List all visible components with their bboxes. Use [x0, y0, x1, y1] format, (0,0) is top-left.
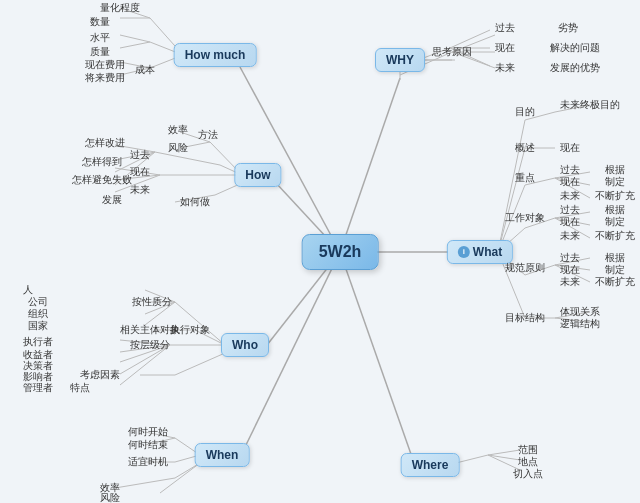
- fengxian-node: 风险: [168, 141, 188, 155]
- chengben-node: 成本: [135, 63, 155, 77]
- zhixing-node: 执行者: [23, 335, 53, 349]
- mubiao-label-node: 目标结构: [505, 311, 545, 325]
- weilai-fei-node: 将来费用: [85, 71, 125, 85]
- what-node: i What: [447, 240, 513, 264]
- guifan-label-node: 规范原则: [505, 261, 545, 275]
- weizhong-mudi-node: 未来终极目的: [560, 98, 620, 112]
- zhongdian-label-node: 重点: [515, 171, 535, 185]
- gongzuo-label-node: 工作对象: [505, 211, 545, 225]
- buduan2-node: 不断扩充: [595, 229, 635, 243]
- jiejue-node: 解决的问题: [550, 41, 600, 55]
- ruhe-node: 如何做: [180, 195, 210, 209]
- zhixing-obj-node: 执行对象: [170, 323, 210, 337]
- weilai-gz-node: 未来: [560, 229, 580, 243]
- heshi-kai-node: 何时开始: [128, 425, 168, 439]
- xianzai-zh-node: 现在: [560, 175, 580, 189]
- svg-line-74: [498, 148, 525, 252]
- sikao-node: 思考原因: [432, 45, 472, 59]
- xianzai-gaoshu-node: 现在: [560, 141, 580, 155]
- mudi-label-node: 目的: [515, 105, 535, 119]
- why-node: WHY: [375, 48, 425, 72]
- wei-how-node: 未来: [130, 183, 150, 197]
- anceng-node: 按层级分: [130, 338, 170, 352]
- mindmap: 5W2h i What WHY How much How Who When Wh…: [0, 0, 640, 503]
- qieru-node: 切入点: [513, 467, 543, 481]
- zhiding2-node: 制定: [605, 215, 625, 229]
- svg-line-23: [120, 35, 150, 42]
- who-node: Who: [221, 333, 269, 357]
- buduan1-node: 不断扩充: [595, 189, 635, 203]
- xian-how-node: 现在: [130, 165, 150, 179]
- buduan3-node: 不断扩充: [595, 275, 635, 289]
- fazhan-youshi-node: 发展的优势: [550, 61, 600, 75]
- weilai-zh-node: 未来: [560, 189, 580, 203]
- where-node: Where: [401, 453, 460, 477]
- tese-node: 特点: [70, 381, 90, 395]
- guo-how-node: 过去: [130, 148, 150, 162]
- center-node: 5W2h: [302, 234, 379, 270]
- guanli-node: 管理者: [23, 381, 53, 395]
- svg-line-68: [488, 450, 520, 455]
- howmuch-node: How much: [174, 43, 257, 67]
- weilai-gf-node: 未来: [560, 275, 580, 289]
- when-node: When: [195, 443, 250, 467]
- zenyang-gai-node: 怎样改进: [85, 136, 125, 150]
- svg-line-2: [240, 67, 340, 252]
- kaolv-node: 考虑因素: [80, 368, 120, 382]
- zhiliang-node: 质量: [90, 45, 110, 59]
- shuiping-node: 水平: [90, 31, 110, 45]
- what-icon: i: [458, 246, 470, 258]
- svg-line-71: [498, 120, 525, 252]
- svg-line-24: [120, 42, 150, 48]
- fangfa-node: 方法: [198, 128, 218, 142]
- xianzai-gz-node: 现在: [560, 215, 580, 229]
- svg-line-55: [175, 353, 225, 375]
- weilai-why-node: 未来: [495, 61, 515, 75]
- heshi-jie-node: 何时结束: [128, 438, 168, 452]
- svg-line-6: [340, 252, 412, 457]
- fengxian-w-node: 风险: [100, 491, 120, 503]
- zhiding1-node: 制定: [605, 175, 625, 189]
- how-node: How: [234, 163, 281, 187]
- lianghua-node: 量化程度: [100, 1, 140, 15]
- guoqu-why-node: 过去: [495, 21, 515, 35]
- svg-line-65: [115, 478, 175, 488]
- guojia-node: 国家: [28, 319, 48, 333]
- xianzai-why-node: 现在: [495, 41, 515, 55]
- fazhan-how-node: 发展: [102, 193, 122, 207]
- shuliang-node: 数量: [90, 15, 110, 29]
- shiji-node: 适宜时机: [128, 455, 168, 469]
- svg-line-1: [340, 78, 400, 252]
- zenyang-de-node: 怎样得到: [82, 155, 122, 169]
- xianzai-fei-node: 现在费用: [85, 58, 125, 72]
- zenyang-bi-node: 怎样避免失败: [72, 173, 132, 187]
- svg-line-69: [488, 455, 520, 460]
- luoji-node: 逻辑结构: [560, 317, 600, 331]
- xiaolv-node: 效率: [168, 123, 188, 137]
- anlei-node: 按性质分: [132, 295, 172, 309]
- gaoshu-label-node: 概述: [515, 141, 535, 155]
- lieshi-node: 劣势: [558, 21, 578, 35]
